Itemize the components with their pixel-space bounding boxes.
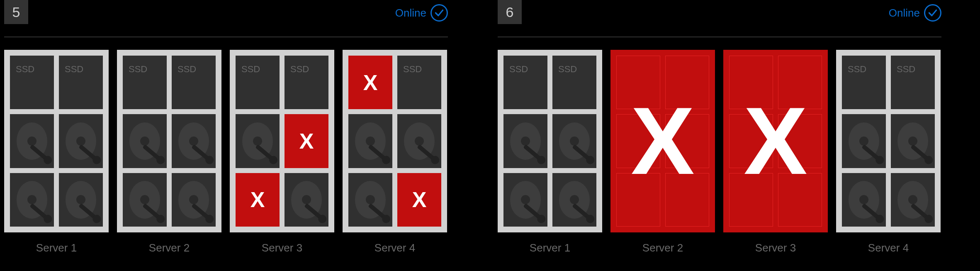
drive-slot-ghost <box>778 114 822 168</box>
drive-hdd <box>172 173 216 227</box>
step-badge: 5 <box>4 0 28 24</box>
server: XSSDXServer 4 <box>343 50 447 254</box>
server: SSDSSDServer 1 <box>498 50 602 254</box>
drive-failed: X <box>236 173 280 227</box>
drive-failed: X <box>285 114 328 168</box>
status-indicator: Online <box>889 4 941 22</box>
status-label: Online <box>395 7 426 20</box>
drive-hdd <box>397 114 441 168</box>
drive-hdd <box>123 173 167 227</box>
drive-hdd <box>59 114 103 168</box>
servers-row: SSDSSDServer 1XServer 2XServer 3SSDSSDSe… <box>498 50 941 254</box>
drive-slot-ghost <box>729 173 773 227</box>
status-indicator: Online <box>395 4 448 22</box>
server-label: Server 1 <box>4 242 109 254</box>
drive-hdd <box>10 173 54 227</box>
server-body: SSDSSD <box>117 50 221 232</box>
server-label: Server 3 <box>723 242 828 254</box>
drive-hdd <box>59 173 103 227</box>
servers-row: SSDSSDServer 1SSDSSDServer 2SSDSSDXXServ… <box>4 50 448 254</box>
scenario-panel: 6OnlineSSDSSDServer 1XServer 2XServer 3S… <box>498 0 941 271</box>
server: SSDSSDServer 1 <box>4 50 109 254</box>
ssd-label: SSD <box>848 64 866 75</box>
drive-hdd <box>552 114 596 168</box>
drive-slot-ghost <box>616 56 660 109</box>
drive-ssd: SSD <box>552 56 596 109</box>
ssd-label: SSD <box>509 64 528 75</box>
drive-hdd <box>172 114 216 168</box>
drive-hdd <box>236 114 280 168</box>
drive-hdd <box>123 114 167 168</box>
fail-x-icon: X <box>412 189 427 210</box>
ssd-label: SSD <box>241 64 260 75</box>
drive-ssd: SSD <box>172 56 216 109</box>
drive-ssd: SSD <box>397 56 441 109</box>
divider <box>4 37 448 37</box>
drive-hdd <box>348 114 392 168</box>
server-body: SSDSSD <box>836 50 941 232</box>
drive-ssd: SSD <box>236 56 280 109</box>
drive-hdd <box>891 114 935 168</box>
server: XServer 3 <box>723 50 828 254</box>
fail-x-icon: X <box>299 130 314 152</box>
drive-ssd: SSD <box>10 56 54 109</box>
server-body: SSDSSD <box>498 50 602 232</box>
drive-hdd <box>10 114 54 168</box>
server-body: XSSDX <box>343 50 447 232</box>
drive-ssd: SSD <box>842 56 886 109</box>
drive-slot-ghost <box>778 56 822 109</box>
drive-hdd <box>503 173 547 227</box>
panel-header: 5Online <box>4 0 448 24</box>
drive-ssd: SSD <box>285 56 328 109</box>
server: SSDSSDXXServer 3 <box>230 50 334 254</box>
ssd-label: SSD <box>178 64 196 75</box>
drive-ssd: SSD <box>123 56 167 109</box>
server: SSDSSDServer 4 <box>836 50 941 254</box>
panel-header: 6Online <box>498 0 941 24</box>
drive-hdd <box>842 173 886 227</box>
server-label: Server 1 <box>498 242 602 254</box>
server-label: Server 2 <box>610 242 715 254</box>
step-badge: 6 <box>498 0 522 24</box>
server-label: Server 4 <box>343 242 447 254</box>
drive-hdd <box>891 173 935 227</box>
ssd-label: SSD <box>403 64 422 75</box>
server-body: SSDSSD <box>4 50 109 232</box>
drive-ssd: SSD <box>59 56 103 109</box>
drive-hdd <box>842 114 886 168</box>
ssd-label: SSD <box>65 64 83 75</box>
drive-slot-ghost <box>778 173 822 227</box>
server-label: Server 3 <box>230 242 334 254</box>
server-label: Server 2 <box>117 242 221 254</box>
drive-slot-ghost <box>616 114 660 168</box>
drive-hdd <box>348 173 392 227</box>
server-body: X <box>610 50 715 232</box>
drive-slot-ghost <box>729 56 773 109</box>
server: XServer 2 <box>610 50 715 254</box>
drive-failed: X <box>348 56 392 109</box>
checkmark-icon <box>924 4 941 22</box>
drive-slot-ghost <box>616 173 660 227</box>
drive-ssd: SSD <box>503 56 547 109</box>
drive-ssd: SSD <box>891 56 935 109</box>
status-label: Online <box>889 7 920 20</box>
fail-x-icon: X <box>250 189 265 210</box>
ssd-label: SSD <box>558 64 577 75</box>
drive-slot-ghost <box>665 114 709 168</box>
fail-x-icon: X <box>363 72 378 93</box>
server-label: Server 4 <box>836 242 941 254</box>
drive-slot-ghost <box>729 114 773 168</box>
ssd-label: SSD <box>290 64 309 75</box>
checkmark-icon <box>430 4 448 22</box>
server: SSDSSDServer 2 <box>117 50 221 254</box>
ssd-label: SSD <box>129 64 147 75</box>
ssd-label: SSD <box>897 64 915 75</box>
ssd-label: SSD <box>16 64 34 75</box>
drive-hdd <box>285 173 328 227</box>
drive-hdd <box>503 114 547 168</box>
server-body: X <box>723 50 828 232</box>
drive-hdd <box>552 173 596 227</box>
scenario-panel: 5OnlineSSDSSDServer 1SSDSSDServer 2SSDSS… <box>4 0 448 271</box>
divider <box>498 37 941 37</box>
drive-slot-ghost <box>665 173 709 227</box>
